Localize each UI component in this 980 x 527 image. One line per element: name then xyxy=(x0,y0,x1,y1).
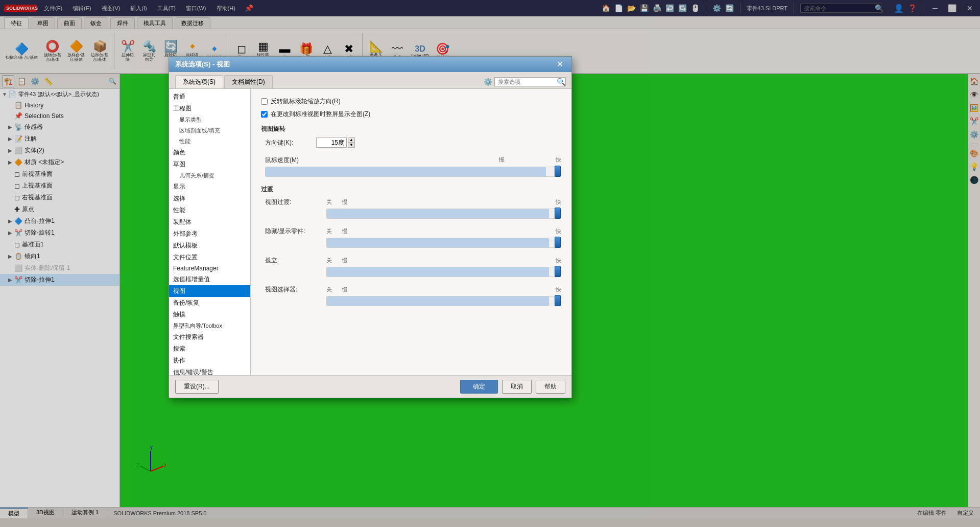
system-options-dialog: 系统选项(S) - 视图 ✕ 系统选项(S) 文档属性(D) ⚙️ 🔍 普通 工… xyxy=(169,56,572,398)
direction-spinner: ▲ ▼ xyxy=(348,138,355,148)
isolate-off: 关 xyxy=(326,257,332,264)
view-sel-off: 关 xyxy=(326,286,332,293)
rotation-section-title: 视图旋转 xyxy=(261,125,561,133)
dialog-search-icon[interactable]: 🔍 xyxy=(557,78,565,86)
dialog-search-settings-icon: ⚙️ xyxy=(484,78,492,86)
dlg-item-search[interactable]: 搜索 xyxy=(169,343,250,355)
fit-screen-checkbox[interactable] xyxy=(261,111,268,118)
dlg-item-colors[interactable]: 颜色 xyxy=(169,147,250,158)
dlg-item-performance[interactable]: 性能 xyxy=(169,204,250,216)
dialog-overlay: 系统选项(S) - 视图 ✕ 系统选项(S) 文档属性(D) ⚙️ 🔍 普通 工… xyxy=(0,0,980,527)
dlg-item-view[interactable]: 视图 xyxy=(169,285,250,297)
hide-show-label-row: 隐藏/显示零件: 关 慢 快 xyxy=(265,227,561,236)
hide-show-fill xyxy=(327,238,549,247)
dlg-item-selection[interactable]: 选择 xyxy=(169,193,250,204)
isolate-thumb[interactable] xyxy=(555,266,561,277)
hide-show-slow: 慢 xyxy=(342,227,348,235)
view-sel-thumb[interactable] xyxy=(555,295,561,306)
dialog-close-button[interactable]: ✕ xyxy=(555,60,565,68)
dlg-item-drawing[interactable]: 工程图 xyxy=(169,103,250,114)
dlg-item-relations[interactable]: 几何关系/捕捉 xyxy=(169,170,250,181)
dialog-tab-system[interactable]: 系统选项(S) xyxy=(175,75,223,88)
dlg-item-ext-ref[interactable]: 外部参考 xyxy=(169,228,250,240)
dlg-item-file-explorer[interactable]: 文件搜索器 xyxy=(169,331,250,343)
dialog-search-input[interactable] xyxy=(494,77,566,86)
mouse-speed-fast: 快 xyxy=(556,156,561,165)
dialog-body: 普通 工程图 显示类型 区域剖面线/填充 性能 颜色 草图 几何关系/捕捉 显示… xyxy=(169,89,571,375)
isolate-label-row: 孤立: 关 慢 快 xyxy=(265,256,561,265)
view-trans-off: 关 xyxy=(326,198,332,206)
isolate-section: 孤立: 关 慢 快 xyxy=(261,256,561,277)
isolate-fill xyxy=(327,267,549,277)
dlg-item-touch[interactable]: 触摸 xyxy=(169,309,250,320)
mouse-speed-labels: 鼠标速度(M) 慢 快 xyxy=(265,156,561,165)
view-trans-thumb[interactable] xyxy=(555,208,561,219)
dialog-search-area: ⚙️ 🔍 xyxy=(484,77,565,86)
view-sel-track-row xyxy=(265,296,561,306)
view-sel-track xyxy=(326,296,561,306)
dialog-left-panel: 普通 工程图 显示类型 区域剖面线/填充 性能 颜色 草图 几何关系/捕捉 显示… xyxy=(169,89,251,375)
dialog-tabs-row: 系统选项(S) 文档属性(D) ⚙️ 🔍 xyxy=(169,72,571,89)
dlg-item-general[interactable]: 普通 xyxy=(169,91,250,103)
view-trans-slow: 慢 xyxy=(342,198,348,206)
direction-value-input[interactable] xyxy=(316,138,347,148)
view-sel-fast: 快 xyxy=(556,286,561,293)
hide-show-track xyxy=(326,238,561,248)
dialog-title-bar: 系统选项(S) - 视图 ✕ xyxy=(169,57,571,72)
view-selector-section: 视图选择器: 关 慢 快 xyxy=(261,285,561,306)
dlg-item-toolbox[interactable]: 异型孔向导/Toolbox xyxy=(169,320,250,331)
hide-show-section: 隐藏/显示零件: 关 慢 快 xyxy=(261,227,561,248)
direction-label: 方向键(K): xyxy=(265,139,316,147)
hide-show-fast: 快 xyxy=(556,227,561,235)
dialog-footer-right: 确定 取消 帮助 xyxy=(460,380,565,394)
transition-section-title: 过渡 xyxy=(261,185,561,194)
cancel-button[interactable]: 取消 xyxy=(502,380,532,394)
checkbox-row-2: 在更改到标准视图时整屏显示全图(Z) xyxy=(261,110,561,119)
help-button[interactable]: 帮助 xyxy=(536,380,565,394)
hide-show-track-row xyxy=(265,238,561,248)
dlg-item-msgs[interactable]: 信息/错误/警告 xyxy=(169,366,250,375)
dlg-item-area-hatch[interactable]: 区域剖面线/填充 xyxy=(169,125,250,136)
direction-spin-down[interactable]: ▼ xyxy=(348,143,355,148)
dlg-item-collab[interactable]: 协作 xyxy=(169,355,250,366)
dlg-item-display[interactable]: 显示 xyxy=(169,181,250,193)
dlg-item-spin-box[interactable]: 选值框增量值 xyxy=(169,273,250,285)
fit-screen-label: 在更改到标准视图时整屏显示全图(Z) xyxy=(271,110,370,119)
isolate-track xyxy=(326,267,561,277)
view-trans-fast: 快 xyxy=(556,198,561,206)
dialog-footer: 重设(R)... 确定 取消 帮助 xyxy=(169,375,571,398)
dialog-footer-left: 重设(R)... xyxy=(175,380,219,394)
dlg-item-display-type[interactable]: 显示类型 xyxy=(169,114,250,125)
view-sel-label: 视图选择器: xyxy=(265,285,326,294)
reset-button[interactable]: 重设(R)... xyxy=(175,380,219,394)
isolate-track-row xyxy=(265,267,561,277)
dlg-item-sketch[interactable]: 草图 xyxy=(169,158,250,170)
view-sel-fill xyxy=(327,296,549,306)
checkbox-row-1: 反转鼠标滚轮缩放方向(R) xyxy=(261,97,561,106)
dlg-item-perf-drawing[interactable]: 性能 xyxy=(169,136,250,147)
mouse-speed-section: 鼠标速度(M) 慢 快 xyxy=(261,156,561,177)
view-trans-label: 视图过渡: xyxy=(265,198,326,207)
mouse-speed-slow: 慢 xyxy=(499,156,505,165)
reverse-scroll-checkbox[interactable] xyxy=(261,98,268,105)
isolate-slow: 慢 xyxy=(342,257,348,264)
direction-spin-up[interactable]: ▲ xyxy=(348,138,355,143)
reverse-scroll-label: 反转鼠标滚轮缩放方向(R) xyxy=(271,97,341,106)
direction-input-group: ▲ ▼ xyxy=(316,138,355,148)
dlg-item-backup[interactable]: 备份/恢复 xyxy=(169,297,250,309)
view-sel-label-row: 视图选择器: 关 慢 快 xyxy=(265,285,561,294)
hide-show-thumb[interactable] xyxy=(555,237,561,248)
dlg-item-assembly[interactable]: 装配体 xyxy=(169,216,250,228)
view-trans-track-row xyxy=(265,209,561,219)
dlg-item-feature-mgr[interactable]: FeatureManager xyxy=(169,263,250,273)
dialog-title: 系统选项(S) - 视图 xyxy=(175,60,230,69)
mouse-speed-label-text: 鼠标速度(M) xyxy=(265,156,299,165)
dlg-item-file-locations[interactable]: 文件位置 xyxy=(169,251,250,263)
dlg-item-default-template[interactable]: 默认模板 xyxy=(169,240,250,251)
dialog-right-panel: 反转鼠标滚轮缩放方向(R) 在更改到标准视图时整屏显示全图(Z) 视图旋转 方向… xyxy=(251,89,571,375)
ok-button[interactable]: 确定 xyxy=(460,380,498,394)
dialog-tab-document[interactable]: 文档属性(D) xyxy=(224,75,273,88)
isolate-fast: 快 xyxy=(556,257,561,264)
mouse-speed-thumb[interactable] xyxy=(555,166,561,177)
view-transition-section: 视图过渡: 关 慢 快 xyxy=(261,198,561,219)
